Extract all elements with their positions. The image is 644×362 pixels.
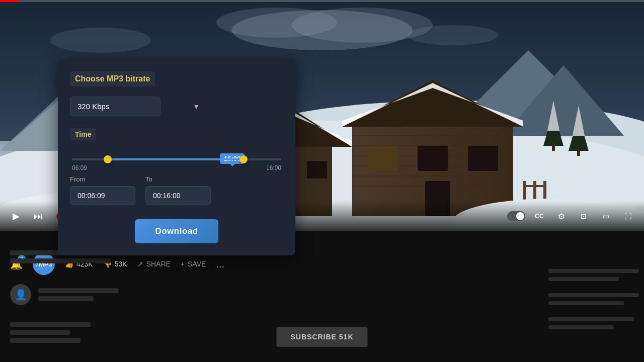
svg-rect-43 bbox=[523, 181, 526, 201]
save-icon: + bbox=[181, 260, 185, 268]
range-track[interactable] bbox=[72, 158, 281, 160]
range-fill bbox=[108, 158, 244, 160]
svg-rect-32 bbox=[307, 161, 327, 178]
from-label: From bbox=[70, 175, 135, 183]
bitrate-select[interactable]: 320 Kbps 256 Kbps 192 Kbps 128 Kbps 64 K… bbox=[70, 97, 160, 116]
right-controls: CC ⚙ ⊡ ▭ ⛶ bbox=[507, 208, 636, 224]
svg-rect-36 bbox=[552, 143, 555, 151]
user-icon: 👤 bbox=[15, 289, 27, 301]
bottom-left-skeletons bbox=[10, 322, 91, 343]
range-thumb-left[interactable] bbox=[104, 155, 112, 163]
sidebar-skeleton-2 bbox=[548, 277, 619, 281]
bottom-skeleton-2 bbox=[10, 330, 70, 335]
from-field-group: From bbox=[70, 175, 135, 205]
to-label: To bbox=[145, 175, 211, 183]
miniplayer-button[interactable]: ⊡ bbox=[576, 208, 592, 224]
svg-rect-45 bbox=[543, 181, 546, 201]
more-button[interactable]: ... bbox=[216, 258, 224, 270]
range-labels: 06:09 16:00 bbox=[72, 164, 281, 171]
sidebar-skeleton-3 bbox=[548, 293, 639, 297]
bitrate-select-wrap: 320 Kbps 256 Kbps 192 Kbps 128 Kbps 64 K… bbox=[70, 97, 283, 116]
from-to-row: From To bbox=[70, 175, 283, 205]
time-section-label: Time bbox=[70, 128, 96, 140]
svg-rect-25 bbox=[418, 146, 448, 171]
left-skeleton-2 bbox=[10, 258, 111, 263]
range-thumb-right[interactable] bbox=[239, 155, 248, 163]
subscribe-area: SUBSCRIBE 51K bbox=[276, 327, 367, 347]
play-button[interactable]: ▶ bbox=[8, 208, 24, 224]
select-arrow-icon: ▼ bbox=[193, 103, 200, 111]
skip-button[interactable]: ⏭ bbox=[30, 208, 46, 224]
svg-point-5 bbox=[408, 25, 498, 45]
sidebar-skeleton-6 bbox=[548, 325, 614, 329]
progress-fill bbox=[0, 0, 19, 2]
video-progress-bar[interactable] bbox=[0, 0, 644, 2]
channel-sub-skeleton bbox=[38, 296, 94, 301]
svg-rect-40 bbox=[577, 148, 580, 156]
bitrate-modal: Choose MP3 bitrate 320 Kbps 256 Kbps 192… bbox=[58, 59, 295, 255]
time-slider-container: 16:00 06:09 16:00 bbox=[70, 158, 283, 171]
sidebar-skeleton-4 bbox=[548, 301, 624, 305]
autoplay-toggle[interactable] bbox=[507, 211, 525, 221]
svg-point-4 bbox=[50, 28, 151, 53]
save-label: SAVE bbox=[188, 260, 206, 268]
svg-rect-44 bbox=[533, 181, 536, 201]
channel-name-skeleton bbox=[38, 288, 119, 293]
download-button[interactable]: Download bbox=[135, 219, 218, 243]
svg-rect-26 bbox=[468, 146, 498, 171]
channel-info bbox=[38, 288, 119, 301]
bottom-skeleton-3 bbox=[10, 338, 80, 343]
range-max-label: 16:00 bbox=[266, 164, 281, 171]
modal-title: Choose MP3 bitrate bbox=[70, 71, 155, 86]
cc-button[interactable]: CC bbox=[531, 208, 547, 224]
settings-button[interactable]: ⚙ bbox=[553, 208, 570, 224]
theater-button[interactable]: ▭ bbox=[598, 208, 614, 224]
range-min-label: 06:09 bbox=[72, 164, 87, 171]
bottom-skeleton-1 bbox=[10, 322, 91, 327]
sidebar-skeleton-1 bbox=[548, 269, 639, 273]
sidebar-skeleton-5 bbox=[548, 317, 634, 321]
sidebar-right bbox=[543, 264, 644, 362]
svg-rect-24 bbox=[367, 146, 397, 171]
from-input[interactable] bbox=[70, 186, 135, 205]
fullscreen-button[interactable]: ⛶ bbox=[620, 208, 636, 224]
subscribe-button[interactable]: SUBSCRIBE 51K bbox=[276, 327, 367, 347]
to-input[interactable] bbox=[145, 186, 211, 205]
save-button[interactable]: + SAVE bbox=[181, 260, 206, 268]
to-field-group: To bbox=[145, 175, 211, 205]
channel-avatar[interactable]: 👤 bbox=[10, 284, 31, 305]
